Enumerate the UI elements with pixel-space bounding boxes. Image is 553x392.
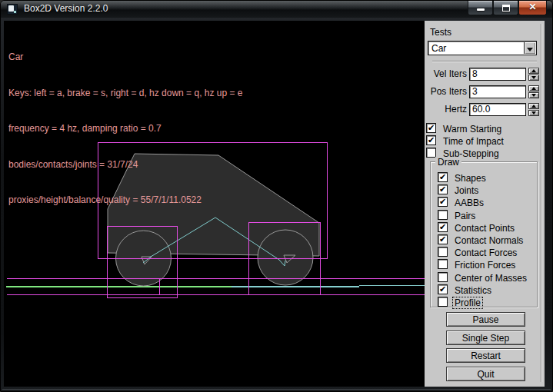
vel-iters-input[interactable]: 8 xyxy=(469,68,526,81)
pos-iters-input[interactable]: 3 xyxy=(469,85,526,98)
close-icon: ✕ xyxy=(519,2,546,12)
checkbox-box[interactable] xyxy=(438,259,448,269)
hertz-row: Hertz 60.0 xyxy=(425,103,545,116)
pos-iters-stepper xyxy=(528,85,539,98)
keys-line: Keys: left = a, brake = s, right = d, hz… xyxy=(8,88,243,100)
frequency-line: frequency = 4 hz, damping ratio = 0.7 xyxy=(8,123,243,135)
pos-iters-row: Pos Iters 3 xyxy=(425,85,545,98)
tests-dropdown-value: Car xyxy=(431,43,446,54)
vel-iters-stepper xyxy=(528,68,539,81)
checkbox-box[interactable] xyxy=(438,272,448,282)
arrow-up-icon xyxy=(531,69,536,72)
quit-button[interactable]: Quit xyxy=(446,367,525,381)
hertz-input[interactable]: 60.0 xyxy=(469,103,526,116)
arrow-up-icon xyxy=(531,105,536,108)
pause-button[interactable]: Pause xyxy=(446,312,525,327)
separator xyxy=(432,61,537,62)
maximize-icon xyxy=(502,5,510,12)
arrow-down-icon xyxy=(531,76,536,79)
checkbox-box[interactable]: ✔ xyxy=(438,284,448,294)
test-name-line: Car xyxy=(8,51,243,64)
stepper-down-button[interactable] xyxy=(528,110,539,116)
checkbox-box[interactable]: ✔ xyxy=(426,135,436,145)
checkbox-box[interactable] xyxy=(438,210,448,220)
control-panel: Tests Car Vel Iters 8 Pos Iters 3 xyxy=(425,21,545,387)
pos-iters-label: Pos Iters xyxy=(427,85,467,98)
checkbox-box[interactable]: ✔ xyxy=(426,123,436,133)
front-wheel xyxy=(258,230,313,285)
window-title: Box2D Version 2.2.0 xyxy=(24,1,108,18)
stepper-down-button[interactable] xyxy=(528,92,539,98)
arrow-down-icon xyxy=(531,94,536,97)
maximize-button[interactable] xyxy=(493,1,518,15)
stepper-up-button[interactable] xyxy=(528,103,539,109)
checkbox-box[interactable]: ✔ xyxy=(438,184,448,194)
stepper-up-button[interactable] xyxy=(528,68,539,74)
checkbox-box[interactable]: ✔ xyxy=(438,222,448,232)
checkbox-box[interactable]: ✔ xyxy=(438,172,448,182)
vel-iters-row: Vel Iters 8 xyxy=(425,68,545,81)
simulation-viewport[interactable]: Car Keys: left = a, brake = s, right = d… xyxy=(4,21,425,387)
restart-button[interactable]: Restart xyxy=(446,348,525,363)
title-bar[interactable]: Box2D Version 2.2.0 ✕ xyxy=(1,1,553,18)
minimize-icon xyxy=(477,8,485,11)
bodies-line: bodies/contacts/joints = 31/7/24 xyxy=(8,159,243,171)
hertz-label: Hertz xyxy=(427,103,467,116)
checkbox-box[interactable] xyxy=(438,247,448,257)
app-icon xyxy=(7,4,18,15)
dropdown-arrow-button[interactable] xyxy=(524,42,535,54)
tests-label: Tests xyxy=(430,27,451,38)
stats-overlay: Car Keys: left = a, brake = s, right = d… xyxy=(8,28,243,231)
close-button[interactable]: ✕ xyxy=(518,1,547,15)
proxies-line: proxies/height/balance/quality = 55/7/1/… xyxy=(8,194,243,207)
checkbox-box[interactable] xyxy=(438,297,448,307)
draw-group-label: Draw xyxy=(435,157,461,168)
checkbox-box[interactable]: ✔ xyxy=(438,234,448,244)
app-window: Box2D Version 2.2.0 ✕ Car Keys: left = a… xyxy=(0,0,553,392)
chevron-down-icon xyxy=(527,48,533,51)
draw-group: Draw ✔ Shapes ✔ Joints ✔ AABBs Pairs ✔ C… xyxy=(430,161,538,307)
hertz-stepper xyxy=(528,103,539,116)
vel-iters-label: Vel Iters xyxy=(427,68,467,81)
arrow-down-icon xyxy=(531,111,536,115)
minimize-button[interactable] xyxy=(468,1,493,15)
arrow-up-icon xyxy=(531,87,536,90)
stepper-down-button[interactable] xyxy=(528,75,539,81)
stepper-up-button[interactable] xyxy=(528,85,539,91)
tests-dropdown[interactable]: Car xyxy=(428,41,537,55)
frame-bottom-highlight xyxy=(2,389,551,390)
single-step-button[interactable]: Single Step xyxy=(446,331,525,345)
checkbox-box[interactable]: ✔ xyxy=(438,197,448,207)
